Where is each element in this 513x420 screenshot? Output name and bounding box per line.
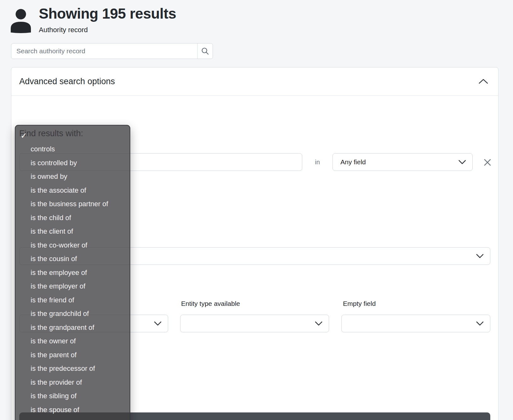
- menu-item-label: is the business partner of: [31, 200, 108, 208]
- search-input[interactable]: [11, 44, 197, 59]
- chevron-down-icon: [476, 321, 484, 326]
- menu-item[interactable]: ✓ is the employer of: [15, 280, 130, 294]
- menu-item-label: is the friend of: [31, 296, 74, 304]
- menu-item-label: controls: [31, 145, 55, 153]
- chevron-down-icon: [476, 254, 484, 258]
- criteria-field-select[interactable]: Any field: [333, 153, 473, 171]
- criteria-field-value: Any field: [340, 158, 366, 166]
- menu-item[interactable]: ✓ controls: [15, 143, 130, 156]
- chevron-down-icon: [315, 321, 322, 326]
- chevron-down-icon: [458, 160, 466, 164]
- menu-item-label: is the employee of: [31, 269, 87, 277]
- menu-item[interactable]: ✓ is owned by: [15, 170, 130, 184]
- criteria-in-label: in: [308, 153, 327, 171]
- menu-item[interactable]: ✓ is the provider of: [15, 376, 130, 389]
- menu-item[interactable]: ✓ is the cousin of: [15, 252, 130, 266]
- menu-item[interactable]: ✓ is the sibling of: [15, 389, 130, 403]
- collapse-panel-button[interactable]: [478, 77, 489, 85]
- page-subtitle: Authority record: [39, 26, 88, 34]
- page-title: Showing 195 results: [39, 5, 176, 22]
- menu-item-label: is the owner of: [31, 337, 76, 345]
- menu-item[interactable]: ✓ is the business partner of: [15, 197, 130, 211]
- empty-field-select[interactable]: [341, 315, 490, 332]
- search-icon: [201, 47, 209, 55]
- menu-item[interactable]: ✓ is the owner of: [15, 335, 130, 348]
- menu-item-label: is the grandparent of: [31, 324, 94, 332]
- search-bar: [11, 43, 213, 59]
- menu-item[interactable]: ✓ is the client of: [15, 225, 130, 239]
- menu-item[interactable]: ✓ is the employee of: [15, 266, 130, 280]
- advanced-search-header[interactable]: Advanced search options: [11, 67, 498, 96]
- menu-item[interactable]: ✓ is the spouse of: [15, 403, 130, 417]
- menu-item[interactable]: ✓ is the grandchild of: [15, 307, 130, 321]
- menu-item[interactable]: ✓ is controlled by: [15, 156, 130, 170]
- menu-item-label: is the parent of: [31, 351, 77, 359]
- menu-item[interactable]: ✓ is the parent of: [15, 348, 130, 362]
- menu-item-label: is the employer of: [31, 282, 86, 290]
- menu-item[interactable]: ✓ is the associate of: [15, 184, 130, 197]
- menu-item-label: is the co-worker of: [31, 241, 87, 249]
- menu-item[interactable]: ✓ is the child of: [15, 211, 130, 225]
- menu-item[interactable]: ✓: [15, 129, 130, 143]
- menu-item-label: is the provider of: [31, 378, 82, 387]
- person-icon: [10, 8, 33, 33]
- advanced-search-title: Advanced search options: [19, 77, 115, 86]
- relation-type-open-menu: ✓ ✓ controls ✓ is controlled by ✓ is own…: [15, 125, 130, 420]
- authority-browse-page: Showing 195 results Authority record Adv…: [0, 0, 513, 420]
- menu-item-label: is the predecessor of: [31, 365, 95, 373]
- menu-item-label: is the sibling of: [31, 392, 77, 400]
- menu-item-label: is owned by: [31, 172, 67, 181]
- check-icon: ✓: [21, 131, 27, 140]
- menu-item-label: is the grandchild of: [31, 310, 89, 318]
- menu-item[interactable]: ✓ is the co-worker of: [15, 238, 130, 252]
- menu-item[interactable]: ✓ is the friend of: [15, 293, 130, 307]
- entity-type-label: Entity type available: [181, 300, 240, 307]
- search-submit-button[interactable]: [197, 44, 213, 59]
- menu-item-label: is controlled by: [31, 159, 77, 167]
- close-icon: [483, 158, 492, 166]
- menu-item[interactable]: ✓ is the grandparent of: [15, 321, 130, 335]
- chevron-up-icon: [478, 79, 488, 84]
- menu-item-label: is the client of: [31, 227, 73, 236]
- menu-item-label: is the spouse of: [31, 406, 79, 414]
- entity-type-select[interactable]: [180, 315, 329, 332]
- menu-item-label: is the associate of: [31, 186, 86, 195]
- chevron-down-icon: [154, 321, 162, 326]
- menu-item-label: is the child of: [31, 214, 71, 222]
- menu-item-label: is the cousin of: [31, 255, 77, 263]
- menu-item[interactable]: ✓ is the predecessor of: [15, 362, 130, 376]
- empty-field-label: Empty field: [343, 300, 376, 307]
- remove-criteria-button[interactable]: [481, 156, 493, 168]
